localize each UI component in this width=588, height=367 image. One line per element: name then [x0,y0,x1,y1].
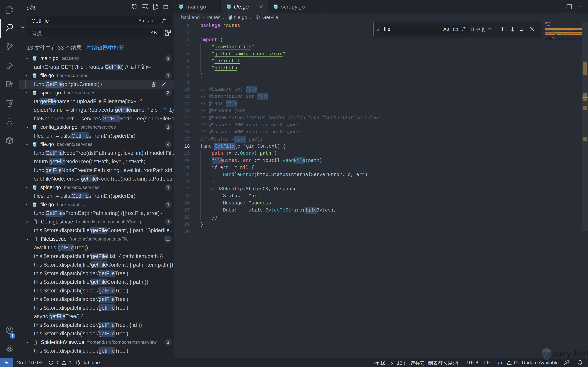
svg-text:c: c [152,85,153,87]
svg-text:b: b [154,83,155,84]
svg-text:ab: ab [168,30,170,33]
svg-text:ac: ac [166,33,168,35]
